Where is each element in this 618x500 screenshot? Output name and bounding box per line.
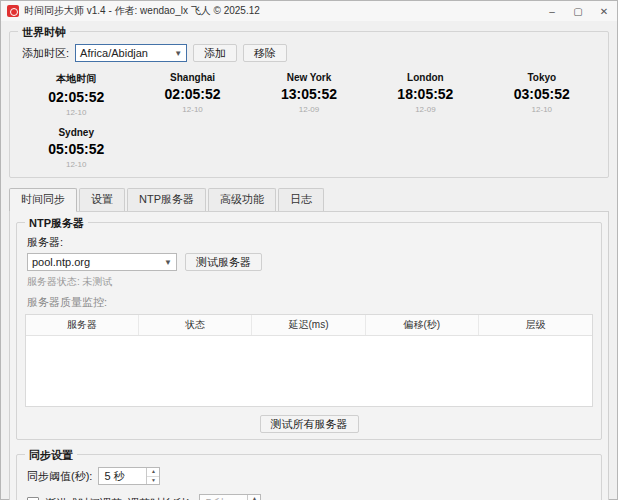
quality-monitor-label: 服务器质量监控: (27, 295, 593, 310)
clock-time: 05:05:52 (18, 141, 134, 157)
world-clock-group: 世界时钟 添加时区: Africa/Abidjan ▼ 添加 移除 本地时间 0… (9, 31, 609, 178)
world-clock-grid: 本地时间 02:05:52 12-10 Shanghai 02:05:52 12… (18, 70, 600, 171)
clock-cell-london: London 18:05:52 12-09 (367, 70, 483, 119)
server-status-text: 服务器状态: 未测试 (27, 275, 593, 289)
clock-date: 12-09 (251, 105, 367, 114)
tab-advanced[interactable]: 高级功能 (208, 188, 276, 211)
tab-settings[interactable]: 设置 (79, 188, 125, 211)
timezone-select[interactable]: Africa/Abidjan ▼ (75, 44, 187, 62)
col-latency: 延迟(ms) (252, 315, 365, 335)
test-all-row: 测试所有服务器 (25, 415, 593, 433)
spinner-down-icon[interactable]: ▼ (147, 477, 159, 485)
threshold-row: 同步阈值(秒): 5 秒 ▲ ▼ (27, 467, 593, 485)
gradual-duration-label: 调整时长(秒): (128, 496, 193, 500)
server-row: pool.ntp.org ▼ 测试服务器 (27, 253, 593, 271)
clock-name: London (367, 72, 483, 83)
maximize-icon[interactable]: ▢ (565, 1, 591, 21)
col-offset: 偏移(秒) (366, 315, 479, 335)
time-sync-panel: NTP服务器 服务器: pool.ntp.org ▼ 测试服务器 服务器状态: … (9, 211, 609, 500)
close-icon[interactable]: ✕ (591, 1, 617, 21)
clock-time: 13:05:52 (251, 86, 367, 102)
chevron-down-icon: ▼ (164, 258, 172, 267)
test-all-servers-button[interactable]: 测试所有服务器 (260, 415, 359, 433)
add-timezone-label: 添加时区: (22, 46, 69, 61)
spinner-buttons[interactable]: ▲ ▼ (146, 468, 159, 484)
clock-date: 12-10 (484, 105, 600, 114)
gradual-adjust-label: 渐进式时间调整 (45, 496, 122, 500)
clock-cell-sydney: Sydney 05:05:52 12-10 (18, 125, 134, 171)
clock-cell-newyork: New York 13:05:52 12-09 (251, 70, 367, 119)
clock-date: 12-10 (134, 105, 250, 114)
sync-settings-group: 同步设置 同步阈值(秒): 5 秒 ▲ ▼ 渐进式时间调整 调整时长(秒): 5… (16, 454, 602, 500)
clock-cell-shanghai: Shanghai 02:05:52 12-10 (134, 70, 250, 119)
app-window: 时间同步大师 v1.4 - 作者: wendao_lx 飞人 © 2025.12… (0, 0, 618, 500)
ntp-server-group: NTP服务器 服务器: pool.ntp.org ▼ 测试服务器 服务器状态: … (16, 222, 602, 440)
clock-name: Tokyo (484, 72, 600, 83)
clock-date: 12-10 (18, 160, 134, 169)
clock-cell-local: 本地时间 02:05:52 12-10 (18, 70, 134, 119)
table-body-empty (26, 336, 592, 406)
test-server-button[interactable]: 测试服务器 (185, 253, 262, 271)
clock-name: 本地时间 (18, 72, 134, 86)
tab-bar: 时间同步 设置 NTP服务器 高级功能 日志 (9, 188, 609, 211)
spinner-up-icon[interactable]: ▲ (147, 468, 159, 477)
tab-ntp-server[interactable]: NTP服务器 (127, 188, 206, 211)
gradual-duration-spinner[interactable]: 5 秒 ▲ ▼ (199, 494, 261, 500)
minimize-icon[interactable]: – (539, 1, 565, 21)
clock-date: 12-10 (18, 108, 134, 117)
server-quality-table: 服务器 状态 延迟(ms) 偏移(秒) 层级 (25, 314, 593, 407)
ntp-server-select[interactable]: pool.ntp.org ▼ (27, 253, 177, 271)
clock-name: Shanghai (134, 72, 250, 83)
app-icon (7, 5, 19, 17)
col-server: 服务器 (26, 315, 139, 335)
window-controls: – ▢ ✕ (539, 1, 617, 21)
add-timezone-button[interactable]: 添加 (193, 44, 237, 62)
tab-log[interactable]: 日志 (278, 188, 324, 211)
add-timezone-row: 添加时区: Africa/Abidjan ▼ 添加 移除 (22, 44, 600, 62)
clock-time: 18:05:52 (367, 86, 483, 102)
threshold-spinner[interactable]: 5 秒 ▲ ▼ (98, 467, 160, 485)
clock-cell-tokyo: Tokyo 03:05:52 12-10 (484, 70, 600, 119)
title-bar: 时间同步大师 v1.4 - 作者: wendao_lx 飞人 © 2025.12… (1, 1, 617, 21)
clock-date: 12-09 (367, 105, 483, 114)
gradual-adjust-row: 渐进式时间调整 调整时长(秒): 5 秒 ▲ ▼ (27, 494, 593, 500)
clock-time: 02:05:52 (18, 89, 134, 105)
sync-settings-title: 同步设置 (25, 448, 77, 463)
spinner-buttons[interactable]: ▲ ▼ (247, 495, 260, 500)
threshold-value: 5 秒 (99, 468, 146, 484)
timezone-value: Africa/Abidjan (80, 47, 148, 59)
col-stratum: 层级 (479, 315, 592, 335)
table-header-row: 服务器 状态 延迟(ms) 偏移(秒) 层级 (26, 315, 592, 336)
chevron-down-icon: ▼ (174, 49, 182, 58)
clock-time: 02:05:52 (134, 86, 250, 102)
world-clock-title: 世界时钟 (18, 25, 70, 40)
clock-name: New York (251, 72, 367, 83)
tab-time-sync[interactable]: 时间同步 (9, 188, 77, 211)
spinner-up-icon[interactable]: ▲ (248, 495, 260, 500)
ntp-server-value: pool.ntp.org (32, 256, 90, 268)
server-label: 服务器: (27, 235, 593, 250)
clock-name: Sydney (18, 127, 134, 138)
clock-time: 03:05:52 (484, 86, 600, 102)
gradual-duration-value: 5 秒 (200, 495, 247, 500)
col-status: 状态 (139, 315, 252, 335)
ntp-group-title: NTP服务器 (25, 216, 88, 231)
threshold-label: 同步阈值(秒): (27, 469, 92, 484)
remove-timezone-button[interactable]: 移除 (243, 44, 287, 62)
window-title: 时间同步大师 v1.4 - 作者: wendao_lx 飞人 © 2025.12 (24, 4, 539, 18)
